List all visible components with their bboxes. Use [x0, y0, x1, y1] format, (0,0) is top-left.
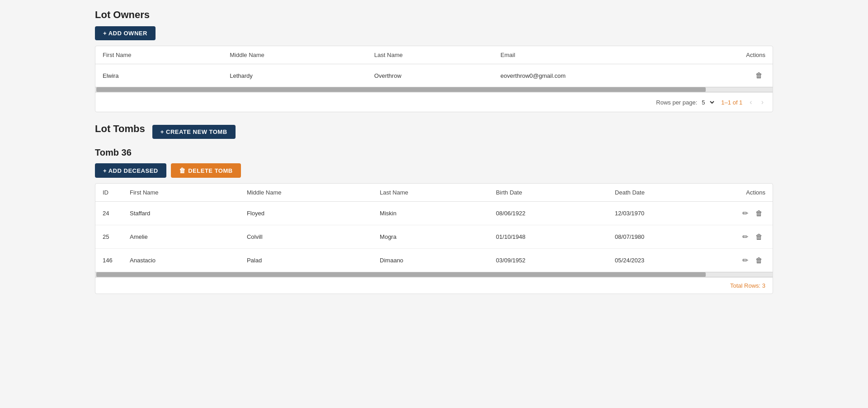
- lot-owners-title: Lot Owners: [95, 9, 773, 21]
- tomb-section: Tomb 36 + ADD DECEASED 🗑 DELETE TOMB ID …: [95, 147, 773, 294]
- col-tomb-first-name: First Name: [123, 184, 240, 202]
- rows-per-page-select[interactable]: 5 10 25: [700, 99, 716, 106]
- table-row: 24 Staffard Floyed Miskin 08/06/1922 12/…: [95, 202, 773, 225]
- delete-tomb-button[interactable]: 🗑 DELETE TOMB: [171, 163, 241, 178]
- total-rows: Total Rows: 3: [95, 277, 773, 294]
- deceased-first-name: Amelie: [123, 225, 240, 249]
- deceased-middle-name: Floyed: [240, 202, 373, 225]
- col-tomb-actions: Actions: [727, 184, 773, 202]
- deceased-birth-date: 01/10/1948: [489, 225, 608, 249]
- owner-last-name: Overthrow: [367, 64, 493, 87]
- col-tomb-birth-date: Birth Date: [489, 184, 608, 202]
- add-owner-button[interactable]: + ADD OWNER: [95, 26, 156, 40]
- prev-page-button[interactable]: ‹: [748, 97, 754, 107]
- delete-deceased-button[interactable]: 🗑: [753, 256, 765, 266]
- tomb-title: Tomb 36: [95, 147, 773, 158]
- delete-owner-button[interactable]: 🗑: [753, 71, 765, 81]
- deceased-death-date: 08/07/1980: [608, 225, 727, 249]
- add-deceased-button[interactable]: + ADD DECEASED: [95, 163, 166, 178]
- deceased-middle-name: Colvill: [240, 225, 373, 249]
- owners-pagination: Rows per page: 5 10 25 1–1 of 1 ‹ ›: [95, 92, 773, 112]
- rows-per-page-label: Rows per page:: [656, 99, 697, 106]
- edit-deceased-button[interactable]: ✏: [740, 255, 751, 266]
- tomb-card: ID First Name Middle Name Last Name Birt…: [95, 183, 773, 294]
- deceased-id: 24: [95, 202, 123, 225]
- deceased-first-name: Staffard: [123, 202, 240, 225]
- lot-owners-table: First Name Middle Name Last Name Email A…: [95, 46, 773, 87]
- col-actions: Actions: [727, 46, 773, 64]
- deceased-middle-name: Palad: [240, 249, 373, 272]
- trash-icon: 🗑: [179, 167, 186, 174]
- deceased-last-name: Miskin: [373, 202, 489, 225]
- delete-deceased-button[interactable]: 🗑: [753, 209, 765, 218]
- deceased-id: 146: [95, 249, 123, 272]
- col-tomb-middle-name: Middle Name: [240, 184, 373, 202]
- deceased-last-name: Mogra: [373, 225, 489, 249]
- col-email: Email: [493, 46, 727, 64]
- deceased-death-date: 12/03/1970: [608, 202, 727, 225]
- deceased-birth-date: 03/09/1952: [489, 249, 608, 272]
- col-last-name: Last Name: [367, 46, 493, 64]
- owner-first-name: Elwira: [95, 64, 222, 87]
- tomb-scrollbar[interactable]: [95, 272, 773, 277]
- deceased-last-name: Dimaano: [373, 249, 489, 272]
- deceased-first-name: Anastacio: [123, 249, 240, 272]
- edit-deceased-button[interactable]: ✏: [740, 208, 751, 218]
- edit-deceased-button[interactable]: ✏: [740, 232, 751, 242]
- deceased-actions: ✏ 🗑: [727, 202, 773, 225]
- col-tomb-death-date: Death Date: [608, 184, 727, 202]
- create-new-tomb-button[interactable]: + CREATE NEW TOMB: [152, 125, 236, 139]
- tomb-table: ID First Name Middle Name Last Name Birt…: [95, 184, 773, 272]
- table-row: 146 Anastacio Palad Dimaano 03/09/1952 0…: [95, 249, 773, 272]
- next-page-button[interactable]: ›: [760, 97, 765, 107]
- col-middle-name: Middle Name: [222, 46, 367, 64]
- deceased-actions: ✏ 🗑: [727, 249, 773, 272]
- page-info: 1–1 of 1: [721, 99, 742, 106]
- col-tomb-last-name: Last Name: [373, 184, 489, 202]
- deceased-actions: ✏ 🗑: [727, 225, 773, 249]
- table-row: Elwira Lethardy Overthrow eoverthrow0@gm…: [95, 64, 773, 87]
- owners-scrollbar[interactable]: [95, 87, 773, 92]
- deceased-id: 25: [95, 225, 123, 249]
- deceased-death-date: 05/24/2023: [608, 249, 727, 272]
- lot-owners-card: First Name Middle Name Last Name Email A…: [95, 46, 773, 112]
- owner-email: eoverthrow0@gmail.com: [493, 64, 727, 87]
- col-tomb-id: ID: [95, 184, 123, 202]
- lot-tombs-title: Lot Tombs: [95, 123, 145, 135]
- table-row: 25 Amelie Colvill Mogra 01/10/1948 08/07…: [95, 225, 773, 249]
- delete-deceased-button[interactable]: 🗑: [753, 232, 765, 242]
- deceased-birth-date: 08/06/1922: [489, 202, 608, 225]
- owner-middle-name: Lethardy: [222, 64, 367, 87]
- col-first-name: First Name: [95, 46, 222, 64]
- owner-actions: 🗑: [727, 64, 773, 87]
